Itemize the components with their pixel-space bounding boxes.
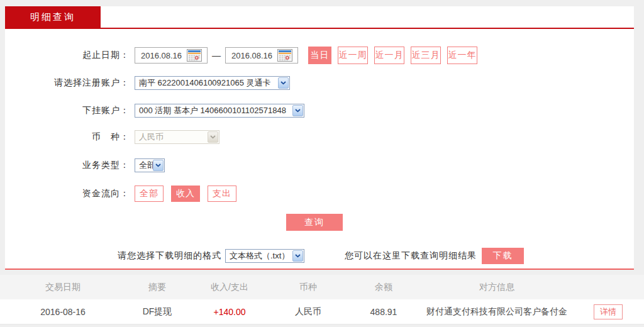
start-date-field xyxy=(135,47,208,64)
range-last-year-button[interactable]: 近一年 xyxy=(447,47,477,64)
sub-account-label: 下挂账户： xyxy=(0,105,130,116)
cell-amount: +140.00 xyxy=(189,307,270,317)
register-account-label: 请选择注册账户： xyxy=(0,77,130,89)
table-header-row: 交易日期 摘要 收入/支出 币种 余额 对方信息 xyxy=(0,275,644,299)
currency-label: 币 种： xyxy=(0,131,130,143)
header-balance: 余额 xyxy=(346,282,421,293)
fund-flow-row: 资金流向： 全部 收入 支出 xyxy=(0,185,629,202)
range-last-3-months-button[interactable]: 近三月 xyxy=(411,47,441,64)
query-button-row: 查询 xyxy=(0,214,629,231)
detail-query-page: 明细查询 起止日期： — xyxy=(0,0,644,327)
date-range-row: 起止日期： — xyxy=(0,47,629,64)
register-account-row: 请选择注册账户： 南平 6222001406100921065 灵通卡 xyxy=(0,75,629,91)
header-currency: 币种 xyxy=(270,282,346,293)
chevron-down-icon xyxy=(292,250,303,262)
cell-summary: DF提现 xyxy=(126,306,189,318)
currency-select: 人民币 xyxy=(135,130,219,144)
header-summary: 摘要 xyxy=(126,282,189,293)
detail-button[interactable]: 详情 xyxy=(594,304,623,319)
download-row: 请您选择下载明细的格式 文本格式（.txt） 您可以在这里下载查询明细结果 下载 xyxy=(0,248,629,264)
cell-currency: 人民币 xyxy=(270,306,346,318)
range-today-button[interactable]: 当日 xyxy=(308,47,331,64)
business-type-label: 业务类型： xyxy=(0,160,130,171)
end-date-field xyxy=(225,47,298,64)
range-last-week-button[interactable]: 近一周 xyxy=(338,47,368,64)
fund-flow-label: 资金流向： xyxy=(0,188,130,199)
download-format-label: 请您选择下载明细的格式 xyxy=(118,250,221,262)
cell-balance: 488.91 xyxy=(346,307,421,317)
chevron-down-icon xyxy=(153,160,164,171)
fund-flow-income-button[interactable]: 收入 xyxy=(171,186,200,202)
cell-actions: 详情 xyxy=(572,304,644,319)
chevron-down-icon xyxy=(208,131,218,143)
cell-transaction-date: 2016-08-16 xyxy=(0,307,126,317)
table-row: 2016-08-16 DF提现 +140.00 人民币 488.91 财付通支付… xyxy=(0,299,644,324)
start-date-calendar-icon[interactable] xyxy=(187,49,202,62)
business-type-value: 全部 xyxy=(135,160,153,171)
currency-value: 人民币 xyxy=(135,131,208,143)
tab-underline xyxy=(5,28,634,29)
fund-flow-expense-button[interactable]: 支出 xyxy=(208,186,236,202)
header-transaction-date: 交易日期 xyxy=(0,282,126,293)
end-date-input[interactable] xyxy=(226,51,277,60)
results-table: 交易日期 摘要 收入/支出 币种 余额 对方信息 2016-08-16 DF提现… xyxy=(0,275,644,324)
cell-counterparty: 财付通支付科技有限公司客户备付金 xyxy=(421,306,572,318)
download-format-select[interactable]: 文本格式（.txt） xyxy=(225,249,304,263)
sub-account-value: 000 活期 基本户 1406600101102571848 xyxy=(135,105,292,116)
tab-detail-query[interactable]: 明细查询 xyxy=(5,6,101,28)
end-date-calendar-icon[interactable] xyxy=(277,49,292,62)
chevron-down-icon xyxy=(278,77,289,89)
register-account-value: 南平 6222001406100921065 灵通卡 xyxy=(135,77,278,89)
start-date-input[interactable] xyxy=(135,51,187,60)
download-button[interactable]: 下载 xyxy=(482,248,524,264)
sub-account-select[interactable]: 000 活期 基本户 1406600101102571848 xyxy=(135,104,304,118)
business-type-select[interactable]: 全部 xyxy=(135,158,165,172)
download-hint: 您可以在这里下载查询明细结果 xyxy=(345,250,477,262)
chevron-down-icon xyxy=(292,105,303,116)
header-counterparty: 对方信息 xyxy=(421,282,572,293)
download-format-value: 文本格式（.txt） xyxy=(226,250,292,262)
business-type-row: 业务类型： 全部 xyxy=(0,158,629,173)
fund-flow-all-button[interactable]: 全部 xyxy=(135,186,164,202)
currency-row: 币 种： 人民币 xyxy=(0,130,629,145)
date-separator: — xyxy=(212,50,221,60)
date-range-label: 起止日期： xyxy=(0,50,130,61)
register-account-select[interactable]: 南平 6222001406100921065 灵通卡 xyxy=(135,76,290,90)
header-income-expense: 收入/支出 xyxy=(189,282,270,293)
sub-account-row: 下挂账户： 000 活期 基本户 1406600101102571848 xyxy=(0,103,629,118)
panel-bottom-divider xyxy=(5,269,634,270)
range-last-month-button[interactable]: 近一月 xyxy=(374,47,404,64)
query-button[interactable]: 查询 xyxy=(286,214,343,231)
